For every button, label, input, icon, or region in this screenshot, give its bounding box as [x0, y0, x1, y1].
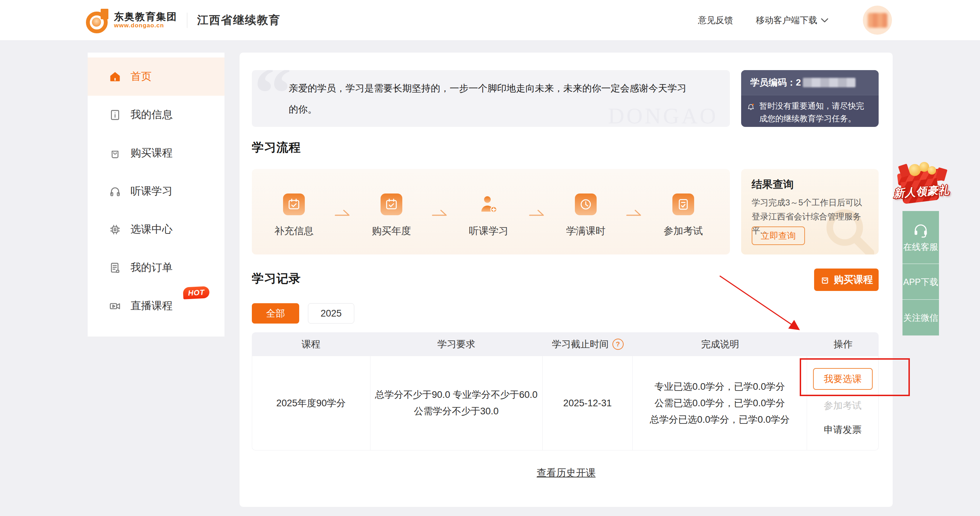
take-exam-action[interactable]: 参加考试	[824, 397, 862, 414]
mobile-download-menu[interactable]: 移动客户端下载	[756, 0, 829, 40]
process-step-1: 补充信息	[255, 194, 332, 238]
headphones-icon	[108, 184, 122, 198]
sidebar-item-label: 购买课程	[130, 146, 173, 160]
sidebar-item-course-center[interactable]: 选课中心	[88, 210, 224, 249]
profile-doc-icon	[108, 108, 122, 122]
sidebar-item-label: 直播课程	[130, 298, 173, 313]
dongao-logo-icon	[86, 9, 109, 32]
follow-wechat-label: 关注微信	[903, 312, 938, 323]
header: 东奥教育集团 www.dongao.cn 江西省继续教育 意见反馈 移动客户端下…	[0, 0, 980, 41]
process-step-5: 参加考试	[645, 194, 722, 238]
main-content: “ 亲爱的学员，学习是需要长期坚持的，一步一个脚印地走向未来，未来的你一定会感谢…	[240, 52, 892, 507]
avatar-image	[868, 13, 888, 28]
header-divider	[187, 13, 187, 28]
online-service-label: 在线客服	[903, 241, 938, 252]
follow-wechat-button[interactable]: 关注微信	[902, 300, 939, 335]
welcome-banner: “ 亲爱的学员，学习是需要长期坚持的，一步一个脚印地走向未来，未来的你一定会感谢…	[252, 70, 730, 127]
sidebar-item-my-info[interactable]: 我的信息	[88, 96, 224, 134]
result-query-panel: 结果查询 学习完成3～5个工作日后可以登录江西省会计综合管理服务平... 立即查…	[741, 169, 879, 254]
buy-course-label: 购买课程	[834, 273, 873, 286]
cell-actions: 我要选课 参加考试 申请发票	[807, 356, 878, 450]
buy-course-button[interactable]: 购买课程	[814, 268, 879, 291]
view-history-link[interactable]: 查看历史开课	[240, 466, 892, 479]
brand-name: 东奥教育集团	[114, 11, 177, 22]
sidebar-item-home[interactable]: 首页	[88, 57, 224, 96]
mobile-download-label: 移动客户端下载	[756, 14, 817, 26]
brand-url: www.dongao.cn	[114, 22, 177, 29]
calendar-check-icon	[380, 194, 402, 215]
process-step-label: 学满课时	[547, 224, 624, 238]
video-camera-icon	[108, 299, 122, 313]
student-id-redacted	[803, 78, 856, 87]
arrow-right-icon	[431, 208, 449, 218]
completion-line: 专业已选0.0学分，已学0.0学分	[654, 379, 785, 395]
process-step-label: 听课学习	[450, 224, 527, 238]
headset-icon	[913, 222, 929, 238]
quote-icon: “	[254, 70, 292, 127]
brand-logo[interactable]: 东奥教育集团 www.dongao.cn 江西省继续教育	[86, 0, 281, 40]
records-section-title: 学习记录	[252, 271, 301, 287]
exam-doc-icon	[672, 194, 694, 215]
sidebar-item-listen-learn[interactable]: 听课学习	[88, 172, 224, 210]
page: 东奥教育集团 www.dongao.cn 江西省继续教育 意见反馈 移动客户端下…	[0, 0, 980, 516]
arrow-right-icon	[334, 208, 352, 218]
order-list-icon	[108, 261, 122, 275]
cell-course: 2025年度90学分	[252, 356, 371, 450]
hot-badge: HOT	[183, 286, 210, 299]
chip-grid-icon	[108, 222, 122, 237]
sidebar-item-label: 听课学习	[130, 184, 173, 198]
shopping-bag-icon	[820, 275, 830, 285]
person-add-icon	[478, 194, 500, 215]
bell-icon	[747, 100, 755, 114]
gold-coin-icon	[928, 166, 936, 175]
process-step-label: 参加考试	[645, 224, 722, 238]
result-query-title: 结果查询	[752, 177, 794, 192]
table-row: 2025年度90学分 总学分不少于90.0 专业学分不少于60.0 公需学分不少…	[252, 356, 879, 451]
process-step-2: 购买年度	[353, 194, 430, 238]
col-header-actions: 操作	[807, 338, 879, 351]
newcomer-gift-promo[interactable]: 新人领豪礼	[892, 162, 951, 208]
col-header-requirements: 学习要求	[370, 338, 542, 351]
side-float-panel: 在线客服 APP下载 关注微信	[902, 211, 939, 335]
notice-row: 暂时没有重要通知，请尽快完成您的继续教育学习任务。	[741, 95, 879, 125]
col-header-completion: 完成说明	[633, 338, 807, 351]
completion-line: 总学分已选0.0学分，已学0.0学分	[649, 411, 789, 428]
avatar[interactable]	[863, 6, 892, 35]
sidebar-item-my-orders[interactable]: 我的订单	[88, 249, 224, 287]
learning-process-panel: 补充信息 购买年度	[252, 169, 730, 254]
chevron-down-icon	[821, 17, 829, 23]
process-step-4: 学满课时	[547, 194, 624, 238]
dongao-watermark: DONGAO	[608, 103, 718, 127]
shopping-bag-icon	[108, 146, 122, 160]
sidebar-item-live-courses[interactable]: 直播课程 HOT	[88, 287, 224, 325]
filter-2025-button[interactable]: 2025	[308, 303, 354, 324]
cell-requirements: 总学分不少于90.0 专业学分不少于60.0 公需学分不少于30.0	[371, 356, 542, 450]
sidebar-item-label: 我的订单	[130, 260, 173, 275]
notice-text: 暂时没有重要通知，请尽快完成您的继续教育学习任务。	[759, 100, 872, 125]
requirement-line: 总学分不少于90.0 专业学分不少于60.0	[375, 387, 538, 403]
app-download-label: APP下载	[903, 276, 938, 287]
online-service-button[interactable]: 在线客服	[902, 211, 939, 264]
home-icon	[108, 70, 122, 84]
table-header-row: 课程 学习要求 学习截止时间 ? 完成说明 操作	[252, 332, 879, 356]
student-id-label: 学员编码：	[750, 76, 796, 89]
calendar-check-icon	[283, 194, 305, 215]
request-invoice-action[interactable]: 申请发票	[824, 422, 862, 438]
sidebar-item-label: 选课中心	[130, 222, 173, 237]
requirement-line: 公需学分不少于30.0	[414, 403, 499, 419]
cell-deadline: 2025-12-31	[542, 356, 633, 450]
app-download-button[interactable]: APP下载	[902, 264, 939, 300]
sidebar: 首页 我的信息 购买课程 听课学习 选课中心	[88, 52, 224, 337]
col-header-deadline: 学习截止时间 ?	[542, 338, 633, 351]
sidebar-item-label: 首页	[130, 70, 151, 84]
sidebar-item-buy-courses[interactable]: 购买课程	[88, 134, 224, 172]
completion-line: 公需已选0.0学分，已学0.0学分	[654, 395, 785, 411]
filter-all-button[interactable]: 全部	[252, 303, 299, 324]
cell-completion: 专业已选0.0学分，已学0.0学分 公需已选0.0学分，已学0.0学分 总学分已…	[633, 356, 807, 450]
query-now-button[interactable]: 立即查询	[752, 227, 805, 245]
help-icon[interactable]: ?	[612, 339, 624, 350]
feedback-link[interactable]: 意见反馈	[698, 0, 733, 40]
process-step-3: 听课学习	[450, 194, 527, 238]
select-course-button[interactable]: 我要选课	[813, 368, 873, 390]
student-id-row: 学员编码：2	[741, 70, 879, 95]
